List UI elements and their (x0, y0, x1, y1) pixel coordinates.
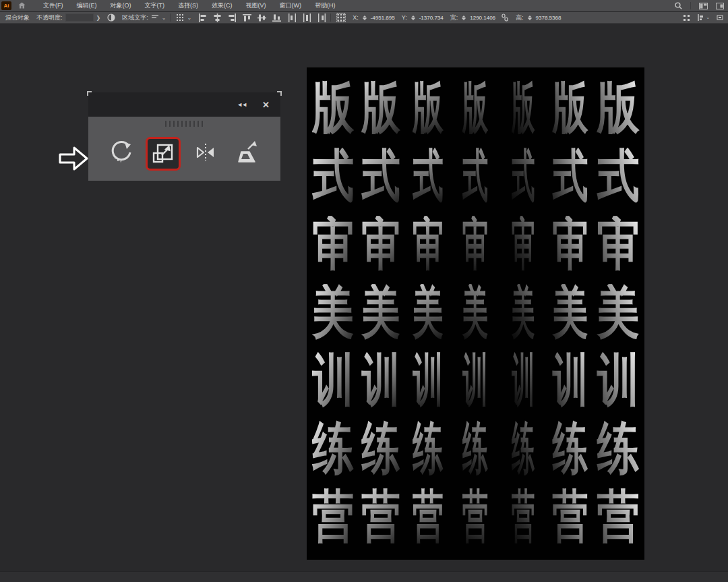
free-transform-icon (109, 140, 134, 168)
blend-character: 审 (595, 210, 642, 279)
free-transform-button[interactable] (104, 137, 139, 171)
blend-character: 美 (547, 279, 594, 347)
blend-character: 版 (309, 74, 357, 142)
blend-character: 审 (404, 210, 452, 279)
panel-drag-grip[interactable] (165, 121, 204, 127)
align-top-icon[interactable] (243, 13, 251, 22)
menu-type[interactable]: 文字(T) (138, 0, 172, 11)
blend-character: 式 (452, 142, 499, 210)
distribute-right-icon[interactable] (317, 13, 326, 22)
blend-character: 练 (404, 414, 452, 482)
blend-character: 训 (547, 346, 594, 414)
blend-character: 营 (452, 482, 499, 550)
area-type-options-icon[interactable] (151, 14, 159, 21)
perspective-distort-button[interactable] (188, 137, 223, 171)
blend-character: 训 (499, 346, 547, 414)
shape-options-icon[interactable]: ⌄ (696, 13, 710, 22)
shape-options-chevron[interactable]: ⌄ (706, 15, 710, 20)
y-value[interactable]: -1370.734 (419, 15, 444, 21)
horizontal-scrollbar[interactable] (0, 571, 728, 582)
menu-view[interactable]: 视图(V) (239, 0, 273, 11)
blend-character: 营 (547, 482, 594, 550)
x-value[interactable]: -4951.895 (371, 15, 395, 21)
align-bottom-icon[interactable] (272, 13, 281, 22)
scale-icon (150, 140, 176, 168)
free-distort-button[interactable] (230, 137, 265, 171)
app-logo-icon[interactable]: Ai (1, 1, 11, 10)
blend-character: 营 (499, 482, 547, 550)
blend-character: 式 (547, 142, 594, 210)
artboard[interactable]: 版版版版版版版式式式式式式式审审审审审审审美美美美美美美训训训训训训训练练练练练… (307, 67, 644, 560)
search-icon[interactable] (675, 2, 682, 9)
free-distort-icon (235, 140, 260, 168)
divider (330, 13, 331, 22)
align-middle-v-icon[interactable] (257, 13, 266, 22)
y-stepper[interactable] (411, 16, 415, 20)
blend-character: 版 (452, 74, 499, 142)
panel-corner-mark (87, 91, 92, 96)
blend-character: 训 (452, 346, 499, 414)
area-type-chevron[interactable]: ⌄ (162, 15, 166, 21)
height-stepper[interactable] (528, 16, 532, 20)
menu-effect[interactable]: 效果(C) (205, 0, 239, 11)
menu-select[interactable]: 选择(S) (171, 0, 205, 11)
y-field: Y: -1370.734 (402, 14, 444, 21)
width-value[interactable]: 1290.1406 (470, 15, 495, 21)
free-transform-panel: ◄◄ ✕ (88, 92, 280, 181)
blend-character: 审 (547, 210, 594, 279)
opacity-group: 不透明度: ❯ (36, 13, 100, 22)
panel-header[interactable]: ◄◄ ✕ (88, 92, 280, 117)
home-icon[interactable] (18, 2, 26, 9)
collapse-panel-icon[interactable]: ◄◄ (237, 101, 246, 108)
x-stepper[interactable] (363, 16, 367, 20)
reference-point-icon[interactable] (336, 13, 346, 22)
blend-character: 训 (357, 346, 404, 414)
control-bar-right: ⌄ (683, 13, 724, 22)
menu-items: 文件(F) 编辑(E) 对象(O) 文字(T) 选择(S) 效果(C) 视图(V… (36, 0, 342, 11)
distribute-center-icon[interactable] (303, 13, 311, 22)
menu-file[interactable]: 文件(F) (36, 0, 70, 11)
divider (690, 2, 691, 9)
align-center-h-icon[interactable] (213, 13, 222, 22)
close-panel-icon[interactable]: ✕ (262, 100, 270, 110)
distribute-left-icon[interactable] (288, 13, 297, 22)
workspace-switcher-icon[interactable] (699, 3, 708, 9)
blend-character: 练 (547, 414, 594, 482)
isolate-icon[interactable] (683, 14, 690, 22)
document-canvas[interactable]: ◄◄ ✕ (0, 24, 728, 582)
snap-grid-group: ⌄ (176, 13, 191, 22)
height-value[interactable]: 9378.5368 (536, 15, 562, 21)
blend-character: 美 (404, 279, 452, 347)
snap-grid-chevron[interactable]: ⌄ (187, 15, 191, 21)
recolor-artwork-icon[interactable] (107, 13, 115, 22)
control-bar: 混合对象 不透明度: ❯ 区域文字: ⌄ (0, 12, 728, 24)
snap-grid-icon[interactable] (176, 13, 184, 22)
blend-character: 美 (595, 279, 642, 347)
width-field: 宽: 1290.1406 (450, 13, 495, 22)
constrain-proportions-icon[interactable] (501, 13, 509, 22)
blend-character: 版 (357, 74, 404, 142)
align-right-icon[interactable] (228, 13, 237, 22)
blend-character: 式 (499, 142, 547, 210)
scale-button[interactable] (146, 137, 181, 171)
width-stepper[interactable] (462, 16, 466, 20)
opacity-expand-chevron[interactable]: ❯ (96, 15, 101, 21)
menu-edit[interactable]: 编辑(E) (70, 0, 104, 11)
blend-character: 练 (452, 414, 499, 482)
arrange-documents-icon[interactable] (716, 3, 724, 9)
blend-character: 练 (357, 414, 404, 482)
context-label: 混合对象 (5, 13, 30, 22)
align-left-icon[interactable] (198, 13, 207, 22)
menu-object[interactable]: 对象(O) (104, 0, 138, 11)
blend-character: 式 (404, 142, 452, 210)
blend-character: 版 (499, 74, 547, 142)
panel-body (88, 117, 280, 181)
blend-character: 版 (404, 74, 452, 142)
menu-help[interactable]: 帮助(H) (308, 0, 342, 11)
distribute-icons (288, 13, 326, 22)
menu-window[interactable]: 窗口(W) (273, 0, 309, 11)
blend-character-grid: 版版版版版版版式式式式式式式审审审审审审审美美美美美美美训训训训训训训练练练练练… (309, 74, 642, 550)
more-options-icon[interactable] (716, 14, 724, 21)
opacity-input[interactable] (65, 13, 94, 22)
y-label: Y: (402, 14, 407, 21)
